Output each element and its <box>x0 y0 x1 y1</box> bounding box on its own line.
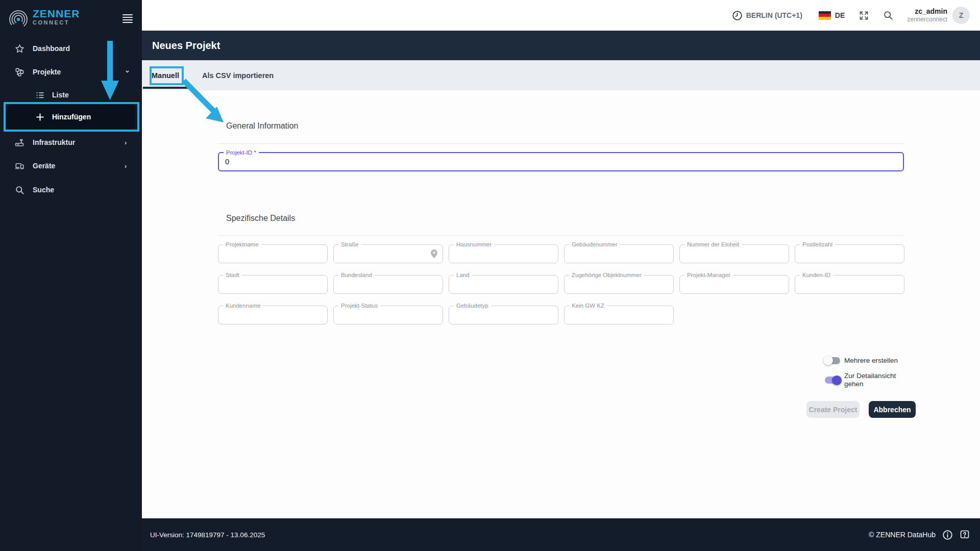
toggle-label: Mehrere erstellen <box>844 357 898 364</box>
gebaeudenummer-input[interactable] <box>570 247 656 260</box>
general-info-heading: General Information <box>226 121 298 131</box>
devices-icon <box>14 161 24 171</box>
field-gebaeudenummer: Gebäudenummer <box>564 244 674 263</box>
sidebar-item-liste[interactable]: Liste <box>0 87 142 103</box>
field-label: Projekt-Manager <box>684 271 733 279</box>
field-label: Kunden-ID <box>800 271 833 279</box>
sidebar-item-label: Suche <box>33 186 54 194</box>
field-kunden-id: Kunden-ID <box>795 275 904 294</box>
field-projekt-status: Projekt-Status <box>333 306 443 324</box>
cancel-button[interactable]: Abbrechen <box>869 401 916 418</box>
sidebar-item-label: Liste <box>52 91 69 99</box>
field-label: Gebäudetyp <box>454 302 491 309</box>
field-label: Gebäudenummer <box>569 241 620 248</box>
tab-csv-import[interactable]: Als CSV importieren <box>189 60 287 90</box>
timezone-label: BERLIN (UTC+1) <box>746 11 802 19</box>
hausnummer-input[interactable] <box>454 247 541 260</box>
nummer-der-einheit-input[interactable] <box>685 247 772 260</box>
ui-version-text: UI-Version: 1749819797 - 13.06.2025 <box>150 531 265 539</box>
field-stadt: Stadt <box>218 275 328 294</box>
mehrere-erstellen-toggle[interactable] <box>825 357 840 364</box>
field-gebaeudetyp: Gebäudetyp <box>449 306 558 324</box>
form-content: General Information Projekt-ID * Spezifi… <box>142 90 980 518</box>
language-selector[interactable]: DE <box>819 11 845 20</box>
info-icon[interactable] <box>942 530 953 540</box>
sitemap-icon <box>14 67 24 77</box>
plus-icon <box>35 112 45 122</box>
projektname-input[interactable] <box>224 247 310 260</box>
specific-details-heading: Spezifische Details <box>226 214 295 223</box>
toggle-row-zur-detailansicht: Zur Detailansicht gehen <box>825 372 901 388</box>
menu-toggle-icon[interactable] <box>122 14 133 23</box>
projekt-id-input[interactable] <box>225 155 889 168</box>
strasse-input[interactable] <box>339 247 426 260</box>
brand-name: ZENNER <box>33 8 80 19</box>
chevron-down-icon: ⌄ <box>125 66 130 74</box>
projekt-id-field: Projekt-ID * <box>218 152 904 171</box>
kunden-id-input[interactable] <box>800 278 887 290</box>
field-label: Postleitzahl <box>800 241 835 248</box>
field-label: Nummer der Einheit <box>684 241 742 248</box>
timezone-display: BERLIN (UTC+1) <box>732 10 802 21</box>
place-pin-icon[interactable] <box>430 249 438 261</box>
create-project-button[interactable]: Create Project <box>806 401 860 418</box>
field-label: Hausnummer <box>454 241 494 248</box>
router-icon <box>14 137 24 147</box>
field-label: Land <box>454 271 472 279</box>
gebaeudetyp-input[interactable] <box>454 309 541 321</box>
sidebar-item-label: Hinzufügen <box>52 113 91 121</box>
sidebar-item-infrastruktur[interactable]: Infrastruktur › <box>0 135 142 150</box>
kundenname-input[interactable] <box>224 309 310 321</box>
list-icon <box>35 90 45 100</box>
field-label: Bundesland <box>338 271 375 279</box>
field-label: Straße <box>338 241 361 248</box>
bundesland-input[interactable] <box>339 278 426 290</box>
sidebar-item-dashboard[interactable]: Dashboard <box>0 41 142 56</box>
projekt-status-input[interactable] <box>339 309 426 321</box>
sidebar-item-geraete[interactable]: Geräte › <box>0 158 142 173</box>
form-actions: Create Project Abbrechen <box>806 401 916 418</box>
tab-manuell[interactable]: Manuell <box>142 60 189 90</box>
help-icon[interactable] <box>960 530 970 540</box>
fullscreen-icon[interactable] <box>858 10 869 21</box>
toggle-label: Zur Detailansicht gehen <box>844 372 901 388</box>
field-label: Stadt <box>223 271 242 279</box>
stadt-input[interactable] <box>224 278 310 290</box>
zugehoerige-objektnummer-input[interactable] <box>570 278 656 290</box>
search-icon <box>14 185 24 195</box>
field-land: Land <box>449 275 558 294</box>
land-input[interactable] <box>454 278 541 290</box>
field-kundenname: Kundenname <box>218 306 328 324</box>
projekt-manager-input[interactable] <box>685 278 772 290</box>
zenner-signal-icon <box>8 9 29 30</box>
field-label: Zugehörige Objektnummer <box>569 271 644 279</box>
user-menu[interactable]: zc_admin zennerconnect <box>907 7 947 23</box>
search-icon[interactable] <box>883 10 894 21</box>
top-header: BERLIN (UTC+1) DE zc_admin zennerconnect… <box>142 0 980 31</box>
divider <box>218 235 904 236</box>
brand-subtitle: CONNECT <box>33 19 80 26</box>
sidebar-item-label: Infrastruktur <box>33 138 75 146</box>
sidebar-item-suche[interactable]: Suche <box>0 182 142 197</box>
sidebar-item-hinzufuegen[interactable]: Hinzufügen <box>0 109 142 124</box>
avatar[interactable]: Z <box>952 7 970 24</box>
kein-gw-kz-input[interactable] <box>570 309 656 321</box>
postleitzahl-input[interactable] <box>800 247 887 260</box>
footer: UI-Version: 1749819797 - 13.06.2025 © ZE… <box>142 518 980 551</box>
field-label: Projekt-Status <box>338 302 380 309</box>
app-logo[interactable]: ZENNER CONNECT <box>8 8 80 30</box>
tab-bar: Manuell Als CSV importieren <box>142 60 980 90</box>
user-name: zc_admin <box>907 7 947 15</box>
user-organization: zennerconnect <box>907 15 947 23</box>
field-projektname: Projektname <box>218 244 328 263</box>
clock-icon <box>732 10 743 21</box>
sidebar-item-projekte[interactable]: Projekte ⌄ <box>0 64 142 80</box>
german-flag-icon <box>819 11 831 20</box>
sidebar-item-label: Dashboard <box>33 44 70 53</box>
copyright-text: © ZENNER DataHub <box>869 531 936 539</box>
zur-detailansicht-toggle[interactable] <box>825 377 840 384</box>
chevron-right-icon: › <box>125 162 127 170</box>
field-projekt-manager: Projekt-Manager <box>679 275 789 294</box>
sidebar-item-label: Geräte <box>33 162 55 170</box>
field-label: Kundenname <box>223 302 263 309</box>
